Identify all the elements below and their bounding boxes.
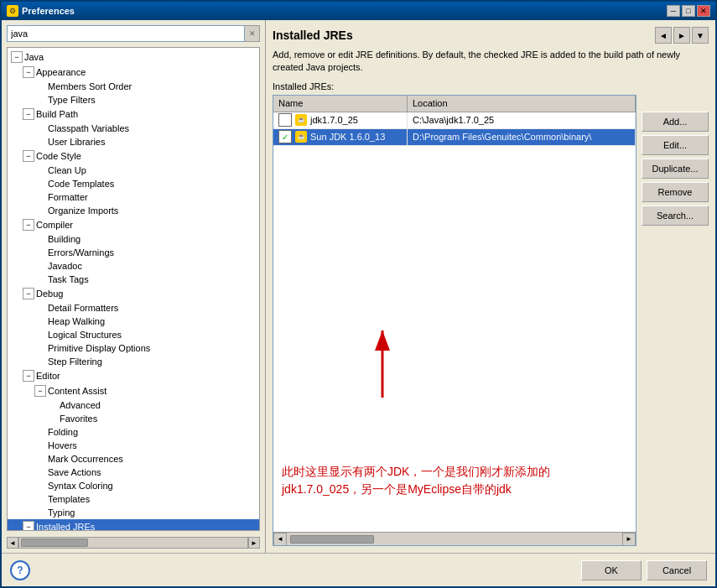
remove-button[interactable]: Remove [642,182,709,202]
tree-item-save-actions[interactable]: Save Actions [8,466,259,479]
ok-button[interactable]: OK [581,560,642,580]
tree-item-typing[interactable]: Typing [8,506,259,519]
tree-item-type-filters[interactable]: Type Filters [8,93,259,107]
scroll-right-btn[interactable]: ► [248,537,260,549]
main-content: ✕ −Java−AppearanceMembers Sort OrderType… [2,20,715,553]
tree-item-advanced[interactable]: Advanced [8,398,259,412]
table-hscroll[interactable]: ◄ ► [273,532,636,545]
tree-item-organize-imports[interactable]: Organize Imports [8,204,259,217]
tree-expander-code-style[interactable]: − [23,150,34,162]
tree-label-templates: Templates [48,494,90,504]
th-name: Name [273,96,408,112]
tree-item-installed-jres[interactable]: −Installed JREs [8,519,259,531]
tree-item-building[interactable]: Building [8,232,259,246]
tree-label-type-filters: Type Filters [48,95,96,105]
tree-item-debug[interactable]: −Debug [8,286,259,301]
th-location: Location [408,96,636,112]
tree-item-heap-walking[interactable]: Heap Walking [8,315,259,328]
tree-expander-editor[interactable]: − [23,370,34,382]
annotation-area: 此时这里显示有两个JDK，一个是我们刚才新添加的 jdk1.7.0_025，另一… [273,322,636,532]
tree-item-content-assist[interactable]: −Content Assist [8,383,259,398]
left-hscrollbar[interactable]: ◄ ► [7,536,260,549]
tree-item-code-templates[interactable]: Code Templates [8,177,259,190]
tree-item-detail-formatters[interactable]: Detail Formatters [8,301,259,315]
help-button[interactable]: ? [10,560,30,580]
tree-label-build-path: Build Path [36,109,78,119]
tree-item-compiler[interactable]: −Compiler [8,217,259,232]
tree-item-task-tags[interactable]: Task Tags [8,273,259,286]
close-button[interactable]: ✕ [697,5,710,17]
checkbox-0[interactable] [278,113,292,127]
scroll-left-btn[interactable]: ◄ [7,537,18,549]
hscroll-left-btn[interactable]: ◄ [273,533,287,546]
back-btn[interactable]: ◄ [655,27,672,44]
titlebar: ⚙ Preferences ─ □ ✕ [2,2,715,20]
tree-expander-build-path[interactable]: − [23,108,34,120]
tree-item-step-filtering[interactable]: Step Filtering [8,355,259,368]
tree-expander-content-assist[interactable]: − [34,385,46,397]
tree-item-editor[interactable]: −Editor [8,368,259,383]
tree-expander-debug[interactable]: − [23,288,34,299]
checkbox-1[interactable]: ✓ [278,130,292,143]
tree-item-favorites[interactable]: Favorites [8,412,259,425]
tree-item-code-style[interactable]: −Code Style [8,148,259,164]
tree-item-folding[interactable]: Folding [8,425,259,439]
duplicate-button[interactable]: Duplicate... [642,159,709,179]
tree-item-build-path[interactable]: −Build Path [8,107,259,122]
annotation-span: 此时这里显示有两个JDK，一个是我们刚才新添加的 jdk1.7.0_025，另一… [282,465,550,496]
search-input[interactable] [7,25,245,42]
tree-expander-compiler[interactable]: − [23,219,34,231]
tree-container[interactable]: −Java−AppearanceMembers Sort OrderType F… [7,47,260,531]
tree-item-clean-up[interactable]: Clean Up [8,164,259,177]
table-row-selected[interactable]: ✓ ☕ Sun JDK 1.6.0_13 D:\Program Files\Ge… [273,129,636,146]
tree-item-errors-warnings[interactable]: Errors/Warnings [8,246,259,259]
tree-label-favorites: Favorites [60,414,97,424]
titlebar-left: ⚙ Preferences [7,5,75,17]
tree-item-user-libraries[interactable]: User Libraries [8,135,259,148]
annotation-arrow [349,322,416,406]
tree-item-members-sort-order[interactable]: Members Sort Order [8,80,259,93]
cancel-button[interactable]: Cancel [647,560,707,580]
scroll-thumb [21,539,88,547]
tree-item-javadoc[interactable]: Javadoc [8,259,259,273]
edit-button[interactable]: Edit... [642,135,709,155]
scroll-track [18,537,248,549]
dropdown-btn[interactable]: ▼ [692,27,709,44]
tree-item-classpath-variables[interactable]: Classpath Variables [8,122,259,135]
hscroll-thumb [290,535,374,544]
td-name-0: ☕ jdk1.7.0_25 [273,112,408,128]
tree-expander-installed-jres[interactable]: − [23,521,34,531]
maximize-button[interactable]: □ [682,5,695,17]
tree-item-hovers[interactable]: Hovers [8,439,259,452]
window-icon: ⚙ [7,5,18,17]
tree-item-appearance[interactable]: −Appearance [8,65,259,80]
tree-label-advanced: Advanced [60,400,101,410]
tree-expander-java[interactable]: − [11,51,23,63]
table-row[interactable]: ☕ jdk1.7.0_25 C:\Java\jdk1.7.0_25 [273,112,636,129]
tree-item-logical-structures[interactable]: Logical Structures [8,328,259,341]
hscroll-right-btn[interactable]: ► [622,533,636,546]
tree-item-templates[interactable]: Templates [8,492,259,506]
tree-label-logical-structures: Logical Structures [48,330,122,340]
tree-item-syntax-coloring[interactable]: Syntax Coloring [8,479,259,492]
tree-item-primitive-display-options[interactable]: Primitive Display Options [8,341,259,355]
minimize-button[interactable]: ─ [667,5,680,17]
panel-toolbar: ◄ ► ▼ [655,27,709,44]
forward-btn[interactable]: ► [673,27,690,44]
tree-item-formatter[interactable]: Formatter [8,190,259,204]
titlebar-buttons: ─ □ ✕ [667,5,710,17]
hscroll-track [287,533,622,546]
tree-item-java[interactable]: −Java [8,49,259,65]
jre-name-1: Sun JDK 1.6.0_13 [310,132,385,142]
tree-label-detail-formatters: Detail Formatters [48,303,118,313]
preferences-window: ⚙ Preferences ─ □ ✕ ✕ −Java−AppearanceMe… [0,0,717,588]
search-bar: ✕ [2,20,265,47]
search-clear-button[interactable]: ✕ [245,25,260,42]
search-button[interactable]: Search... [642,206,709,226]
bottom-buttons: OK Cancel [581,560,707,580]
tree-label-javadoc: Javadoc [48,261,82,271]
add-button[interactable]: Add... [642,112,709,132]
tree-label-content-assist: Content Assist [48,386,107,396]
tree-expander-appearance[interactable]: − [23,66,34,78]
tree-item-mark-occurrences[interactable]: Mark Occurrences [8,452,259,466]
